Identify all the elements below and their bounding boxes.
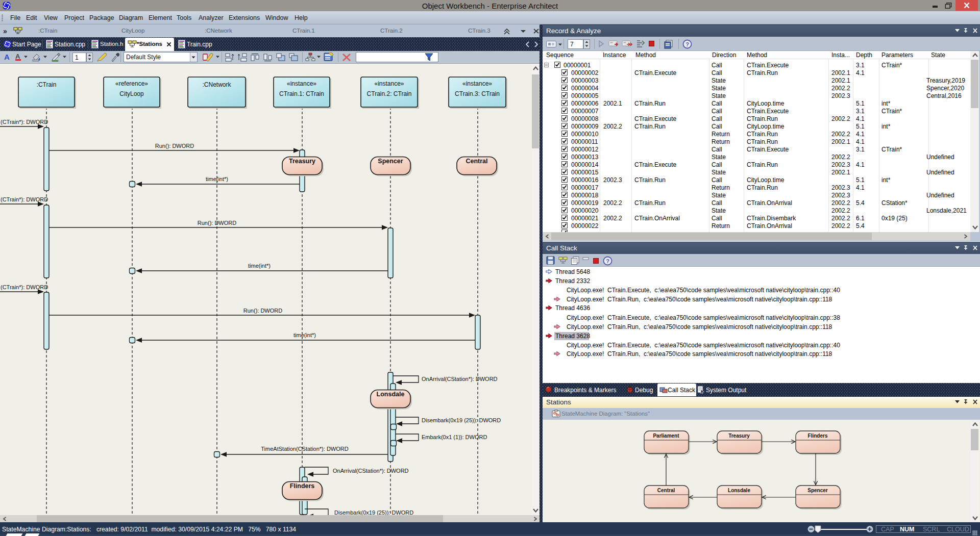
svg-text:?: ?: [606, 258, 609, 264]
svg-text:time(int*): time(int*): [206, 176, 228, 182]
svg-text:Central: Central: [465, 158, 487, 165]
svg-text:Spencer: Spencer: [807, 488, 828, 493]
svg-text:Run(): DWORD: Run(): DWORD: [198, 220, 236, 226]
svg-text:CTrain.1: CTrain: CTrain.1: CTrain: [279, 90, 324, 97]
svg-text:Flinders: Flinders: [290, 482, 315, 490]
svg-text:Embark(0x1 (1)): DWORD: Embark(0x1 (1)): DWORD: [422, 434, 487, 440]
svg-text:(CTrain*): DWORD: (CTrain*): DWORD: [1, 196, 48, 202]
svg-text:Treasury: Treasury: [289, 158, 315, 165]
svg-text:Spencer: Spencer: [378, 158, 403, 165]
svg-text:Disembark(0x19 (25)): DWORD: Disembark(0x19 (25)): DWORD: [334, 509, 413, 515]
svg-text:Central: Central: [657, 488, 675, 493]
svg-text:Lonsdale: Lonsdale: [377, 391, 405, 398]
svg-text:OnArrival(CStation*): DWORD: OnArrival(CStation*): DWORD: [333, 468, 409, 474]
svg-text:CTrain.3: CTrain: CTrain.3: CTrain: [455, 90, 500, 97]
svg-text:TimeAtStation(CStation*): DWOR: TimeAtStation(CStation*): DWORD: [261, 446, 348, 452]
svg-text:(CTrain*): DWORD: (CTrain*): DWORD: [1, 119, 48, 125]
svg-text:time(int*): time(int*): [293, 332, 316, 338]
svg-text:Parliament: Parliament: [653, 433, 679, 439]
svg-text::CNetwork: :CNetwork: [202, 81, 231, 88]
svg-text:time(int*): time(int*): [248, 263, 271, 269]
svg-text::CTrain: :CTrain: [37, 81, 57, 88]
svg-text:«instance»: «instance»: [287, 80, 316, 87]
svg-text:Disembark(0x19 (25)): DWORD: Disembark(0x19 (25)): DWORD: [422, 417, 501, 423]
svg-text:OnArrival(CStation*): DWORD: OnArrival(CStation*): DWORD: [422, 376, 498, 382]
svg-text:«reference»: «reference»: [115, 80, 148, 87]
svg-text:?: ?: [685, 41, 689, 47]
svg-text:CityLoop: CityLoop: [119, 90, 144, 97]
svg-text:Run(): DWORD: Run(): DWORD: [155, 143, 194, 149]
svg-text:«instance»: «instance»: [462, 80, 492, 87]
svg-text:Lonsdale: Lonsdale: [728, 488, 750, 493]
svg-text:Treasury: Treasury: [728, 433, 750, 439]
svg-text:Run(): DWORD: Run(): DWORD: [243, 308, 282, 314]
svg-text:CTrain.2: CTrain: CTrain.2: CTrain: [367, 90, 412, 97]
svg-text:«instance»: «instance»: [374, 80, 404, 87]
svg-text:(CTrain*): DWORD: (CTrain*): DWORD: [1, 284, 48, 290]
svg-text:Flinders: Flinders: [808, 433, 828, 439]
